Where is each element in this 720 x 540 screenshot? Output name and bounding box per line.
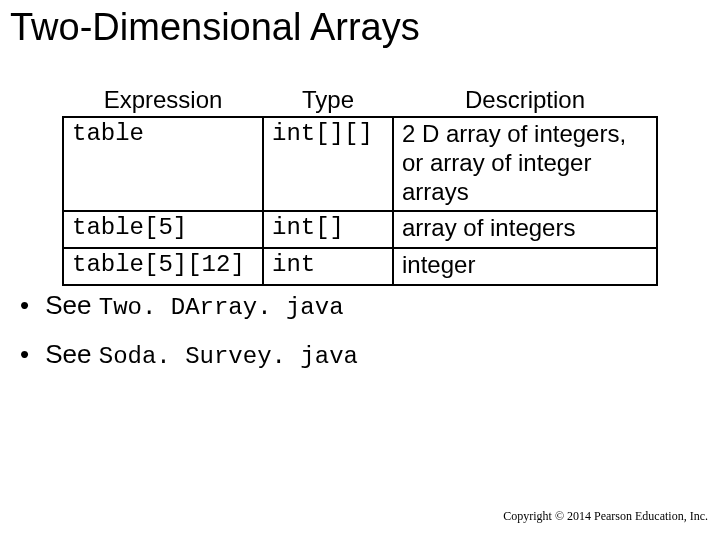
bullet-dot-icon: • (20, 339, 38, 370)
array-table: Expression Type Description table int[][… (62, 86, 658, 286)
slide-title: Two-Dimensional Arrays (10, 6, 420, 49)
cell-expression: table[5] (63, 211, 263, 248)
bullet-dot-icon: • (20, 290, 38, 321)
header-type: Type (263, 86, 393, 117)
bullet-prefix: See (45, 290, 99, 320)
bullet-prefix: See (45, 339, 99, 369)
cell-expression: table[5][12] (63, 248, 263, 285)
slide: Two-Dimensional Arrays Expression Type D… (0, 0, 720, 540)
header-expression: Expression (63, 86, 263, 117)
cell-type: int (263, 248, 393, 285)
table-row: table int[][] 2 D array of integers, or … (63, 117, 657, 211)
table-row: table[5][12] int integer (63, 248, 657, 285)
bullet-item: • See Soda. Survey. java (20, 339, 358, 370)
table-row: table[5] int[] array of integers (63, 211, 657, 248)
cell-type: int[] (263, 211, 393, 248)
cell-expression: table (63, 117, 263, 211)
table-container: Expression Type Description table int[][… (62, 86, 658, 286)
table-header-row: Expression Type Description (63, 86, 657, 117)
bullet-code: Two. DArray. java (99, 294, 344, 321)
header-description: Description (393, 86, 657, 117)
cell-description: integer (393, 248, 657, 285)
bullet-item: • See Two. DArray. java (20, 290, 358, 321)
cell-description: 2 D array of integers, or array of integ… (393, 117, 657, 211)
bullet-code: Soda. Survey. java (99, 343, 358, 370)
copyright-footer: Copyright © 2014 Pearson Education, Inc. (503, 509, 708, 524)
cell-type: int[][] (263, 117, 393, 211)
bullet-list: • See Two. DArray. java • See Soda. Surv… (20, 290, 358, 388)
cell-description: array of integers (393, 211, 657, 248)
